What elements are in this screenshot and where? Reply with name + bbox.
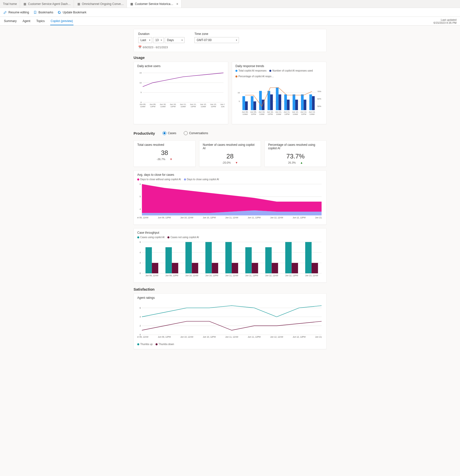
svg-text:Jun 09, 12PM: Jun 09, 12PM bbox=[158, 216, 171, 219]
duration-unit-select[interactable]: Days bbox=[165, 37, 184, 43]
tab-bar: Trial home ▦ Customer Service Agent Dash… bbox=[0, 0, 460, 8]
svg-text:Jun 09,: Jun 09, bbox=[150, 103, 156, 105]
svg-rect-103 bbox=[192, 263, 198, 273]
svg-rect-98 bbox=[265, 247, 272, 273]
close-icon[interactable]: × bbox=[176, 2, 178, 6]
tab-historical[interactable]: ▦ Customer Service historica… × bbox=[127, 0, 182, 8]
svg-text:2: 2 bbox=[139, 325, 141, 327]
svg-text:2: 2 bbox=[139, 262, 141, 264]
svg-text:Jun 11, 12AM: Jun 11, 12AM bbox=[225, 274, 238, 277]
svg-text:Jun 10,: Jun 10, bbox=[259, 111, 265, 113]
chart-throughput: 0246Jun 09, 12AMJun 09, 12PMJun 10, 12AM… bbox=[137, 240, 323, 279]
svg-rect-107 bbox=[272, 263, 278, 273]
svg-rect-97 bbox=[245, 247, 252, 273]
chart-avg-days: 456Jun 09, 12AMJun 09, 12PMJun 10, 12AMJ… bbox=[137, 182, 323, 221]
card-agent-ratings: Agent ratings 0246Jun 09, 12AMJun 09, 12… bbox=[134, 293, 326, 349]
subnav-agent[interactable]: Agent bbox=[22, 17, 31, 25]
tab-agent-dashboard[interactable]: ▦ Customer Service Agent Dash… bbox=[20, 0, 74, 8]
svg-text:12PM: 12PM bbox=[170, 105, 176, 108]
duration-mode-select[interactable]: Last bbox=[138, 37, 152, 43]
svg-text:12PM: 12PM bbox=[251, 113, 256, 115]
duration-label: Duration bbox=[138, 32, 184, 36]
svg-rect-106 bbox=[252, 263, 258, 273]
svg-text:Jun 10, 12AM: Jun 10, 12AM bbox=[180, 336, 193, 338]
svg-text:Jun 12,: Jun 12, bbox=[210, 103, 217, 105]
svg-text:Jun 10, 12PM: Jun 10, 12PM bbox=[205, 274, 218, 277]
svg-text:12AM: 12AM bbox=[181, 105, 186, 108]
dashboard-icon: ▦ bbox=[23, 2, 26, 6]
svg-text:Jun 13, 12AM: Jun 13, 12AM bbox=[315, 336, 323, 338]
duration-value-select[interactable]: 13 bbox=[153, 37, 164, 43]
resume-editing-button[interactable]: Resume editing bbox=[3, 11, 29, 14]
svg-text:Jun 11, 12AM: Jun 11, 12AM bbox=[225, 336, 238, 338]
last-updated: Last updated 6/15/2023 8:35 PM bbox=[434, 18, 457, 25]
subnav-summary[interactable]: Summary bbox=[3, 17, 17, 25]
svg-text:Jun 10, 12AM: Jun 10, 12AM bbox=[180, 216, 193, 219]
tab-omnichannel[interactable]: ▦ Omnichannel Ongoing Conve… bbox=[74, 0, 127, 8]
svg-text:12PM: 12PM bbox=[211, 105, 216, 108]
arrow-down-icon: ▼ bbox=[235, 161, 238, 164]
svg-text:6: 6 bbox=[139, 241, 141, 243]
svg-text:Jun 13,: Jun 13, bbox=[309, 111, 315, 113]
chart-daily-active-users: 051015Jun 09,12AMJun 09,12PMJun 10,12AMJ… bbox=[137, 69, 225, 111]
svg-text:Jun 11,: Jun 11, bbox=[190, 103, 196, 105]
svg-text:Jun 09,: Jun 09, bbox=[250, 111, 257, 113]
svg-text:Jun 12, 12AM: Jun 12, 12AM bbox=[270, 336, 283, 338]
svg-text:0: 0 bbox=[139, 272, 141, 275]
svg-rect-108 bbox=[292, 263, 298, 273]
svg-rect-99 bbox=[285, 242, 292, 274]
svg-rect-102 bbox=[172, 263, 178, 273]
svg-text:Jun 10,: Jun 10, bbox=[170, 103, 176, 105]
svg-text:Jun 09,: Jun 09, bbox=[242, 111, 248, 113]
svg-text:Jun 12, 12AM: Jun 12, 12AM bbox=[265, 274, 278, 277]
svg-text:Jun 12, 12PM: Jun 12, 12PM bbox=[293, 336, 306, 338]
svg-rect-50 bbox=[312, 96, 315, 110]
svg-rect-94 bbox=[185, 242, 192, 274]
svg-text:12AM: 12AM bbox=[243, 113, 248, 115]
timezone-select[interactable]: GMT-07:00 bbox=[194, 37, 239, 43]
svg-text:5: 5 bbox=[239, 100, 240, 102]
svg-text:50%: 50% bbox=[317, 105, 321, 107]
svg-text:5: 5 bbox=[139, 195, 141, 198]
svg-text:10: 10 bbox=[139, 82, 142, 84]
svg-text:Jun 12,: Jun 12, bbox=[200, 103, 207, 105]
svg-text:Jun 13, 12AM: Jun 13, 12AM bbox=[315, 216, 323, 219]
svg-text:Jun 11, 12PM: Jun 11, 12PM bbox=[248, 216, 261, 219]
svg-text:12PM: 12PM bbox=[301, 113, 306, 115]
svg-text:70%: 70% bbox=[317, 90, 321, 93]
section-usage-title: Usage bbox=[134, 55, 326, 60]
svg-rect-40 bbox=[301, 94, 304, 110]
dashboard-icon: ▦ bbox=[130, 2, 133, 6]
svg-rect-92 bbox=[145, 247, 152, 273]
timezone-label: Time zone bbox=[194, 32, 239, 36]
svg-rect-33 bbox=[242, 96, 245, 110]
radio-cases[interactable]: Cases bbox=[162, 131, 176, 135]
svg-text:5: 5 bbox=[140, 91, 142, 94]
section-productivity-title: Productivity bbox=[134, 131, 155, 135]
svg-rect-45 bbox=[270, 94, 273, 110]
subnav-topics[interactable]: Topics bbox=[36, 17, 45, 25]
svg-text:Jun 09,: Jun 09, bbox=[139, 103, 146, 105]
svg-text:Jun 10, 12PM: Jun 10, 12PM bbox=[203, 216, 216, 219]
update-bookmark-button[interactable]: Update Bookmark bbox=[58, 11, 86, 14]
svg-text:Jun 11,: Jun 11, bbox=[284, 111, 290, 113]
svg-rect-42 bbox=[245, 101, 248, 110]
tab-trial-home[interactable]: Trial home bbox=[0, 0, 20, 8]
svg-text:Jun 12,: Jun 12, bbox=[292, 111, 299, 113]
svg-rect-46 bbox=[278, 94, 281, 110]
svg-text:Jun 12, 12AM: Jun 12, 12AM bbox=[270, 216, 283, 219]
svg-text:Jun 11,: Jun 11, bbox=[180, 103, 186, 105]
svg-text:4: 4 bbox=[139, 316, 141, 318]
chart-response-trends: 51050%60%70%Jun 09,12AMJun 09,12PMJun 10… bbox=[235, 79, 323, 121]
subnav-copilot[interactable]: Copilot (preview) bbox=[50, 17, 73, 25]
svg-text:Jun 09, 12AM: Jun 09, 12AM bbox=[145, 274, 158, 277]
subnav: Summary Agent Topics Copilot (preview) bbox=[3, 17, 73, 25]
radio-conversations[interactable]: Conversations bbox=[184, 131, 208, 135]
svg-text:Jun 10, 12AM: Jun 10, 12AM bbox=[185, 274, 198, 277]
svg-rect-48 bbox=[295, 100, 298, 110]
bookmarks-button[interactable]: Bookmarks bbox=[33, 11, 53, 14]
chart-agent-ratings: 0246Jun 09, 12AMJun 09, 12PMJun 10, 12AM… bbox=[137, 301, 323, 341]
card-response-trends: Daily response trends Total copilot AI r… bbox=[232, 62, 326, 124]
svg-text:Jun 10,: Jun 10, bbox=[267, 111, 273, 113]
svg-text:Jun 09, 12PM: Jun 09, 12PM bbox=[158, 336, 171, 338]
